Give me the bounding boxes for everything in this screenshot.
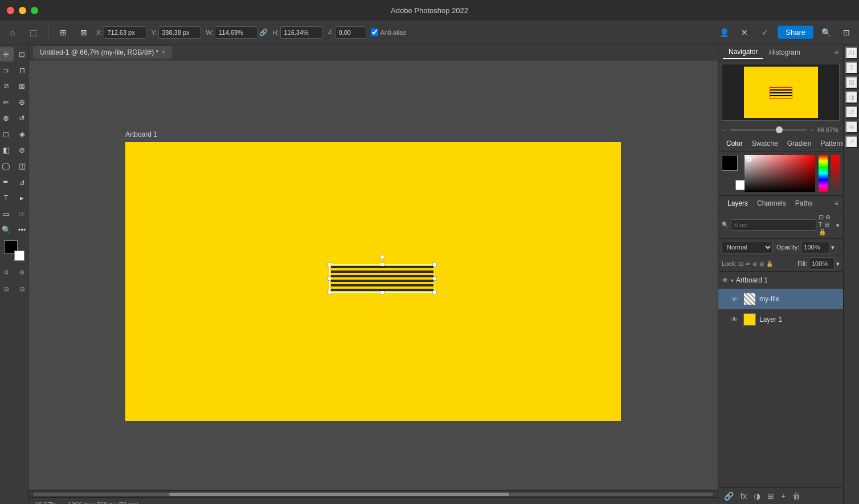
lock-position-icon[interactable]: ⊕	[752, 261, 757, 267]
angle-input[interactable]	[335, 26, 366, 39]
zoom-thumb[interactable]	[776, 126, 783, 133]
filter-active-toggle[interactable]: ●	[836, 222, 840, 228]
crop-tool[interactable]: ⧄	[0, 79, 14, 93]
lock-artboard-icon[interactable]: ⊞	[759, 261, 764, 267]
artboard-frame[interactable]: ⊡	[0, 281, 14, 296]
freeform-pen[interactable]: ⊿	[15, 174, 29, 189]
opacity-chevron[interactable]: ▾	[831, 244, 835, 251]
paint-bucket[interactable]: ⊘	[15, 142, 29, 157]
canvas-viewport[interactable]: Artboard 1	[28, 60, 718, 490]
people-icon-btn[interactable]: 👤	[716, 24, 732, 40]
hand-tool[interactable]: ☞	[15, 206, 29, 221]
artboard-tool[interactable]: ⊡	[15, 47, 29, 62]
pattern-icon-btn[interactable]: ⊞	[845, 76, 858, 89]
layers-menu-button[interactable]: ≡	[835, 199, 838, 207]
eraser-tool[interactable]: ◻	[0, 126, 14, 141]
tab-navigator[interactable]: Navigator	[723, 46, 763, 59]
gradient-tool[interactable]: ◧	[0, 142, 14, 157]
fill-input[interactable]	[809, 257, 835, 270]
cancel-button[interactable]: ✕	[737, 24, 752, 40]
color-tab-swatche[interactable]: Swatche	[748, 138, 782, 149]
dodge-tool[interactable]: ◯	[0, 158, 14, 173]
opacity-input[interactable]	[801, 241, 829, 253]
move-tool[interactable]: ✛	[0, 47, 14, 62]
path-select[interactable]: ▸	[15, 190, 29, 205]
artboard-expand-icon[interactable]: ▾	[731, 277, 734, 284]
lasso-tool[interactable]: ⊃	[0, 63, 14, 77]
color-tab-color[interactable]: Color	[723, 138, 746, 149]
background-color[interactable]	[14, 251, 24, 261]
share-button[interactable]: Share	[778, 26, 813, 39]
clone-tool[interactable]: ⊗	[0, 110, 14, 125]
ai-icon-btn[interactable]: AI	[845, 47, 858, 59]
layer-item[interactable]: 👁 my-file	[718, 289, 843, 309]
layer-visibility-eye-1[interactable]: 👁	[731, 315, 740, 324]
lock-transparent-icon[interactable]: ⊡	[739, 261, 743, 267]
zoom-tool[interactable]: 🔍	[0, 222, 14, 237]
text-icon-btn[interactable]: T	[845, 62, 858, 74]
fill-chevron[interactable]: ▾	[836, 260, 840, 268]
mask-mode[interactable]: ◎	[15, 264, 29, 279]
zoom-out-icon[interactable]: −	[723, 126, 726, 133]
blend-mode-select[interactable]: Normal	[722, 241, 773, 253]
color-picker-gradient[interactable]	[745, 155, 815, 192]
color-spectrum-bar[interactable]	[819, 155, 827, 192]
tab-paths[interactable]: Paths	[791, 198, 817, 208]
new-layer-btn[interactable]: +	[779, 490, 788, 502]
color-tab-patterns[interactable]: Patterns	[817, 138, 843, 149]
canvas-scrollbar[interactable]	[28, 490, 718, 497]
library-icon-btn[interactable]: ⊕	[845, 121, 858, 133]
minimize-button[interactable]	[19, 7, 26, 14]
zoom-in-icon[interactable]: +	[810, 126, 813, 133]
link-icon[interactable]: 🔗	[259, 28, 268, 36]
y-input[interactable]	[158, 26, 201, 39]
more-tools[interactable]: •••	[15, 222, 29, 237]
rotate-handle[interactable]	[380, 255, 384, 259]
history-icon-btn[interactable]: ↺	[845, 106, 858, 118]
navigate-arrow[interactable]: ›	[152, 501, 154, 505]
layer-item[interactable]: 👁 Layer 1	[718, 309, 843, 330]
scrollbar-thumb[interactable]	[169, 493, 509, 496]
quick-mask[interactable]: ⊙	[0, 264, 14, 279]
lock-pixels-icon[interactable]: ✏	[746, 261, 750, 267]
lock-all-icon[interactable]: 🔒	[766, 261, 773, 267]
x-input[interactable]	[104, 26, 146, 39]
window-controls[interactable]	[7, 7, 38, 14]
warp-tool[interactable]: ⊠	[76, 24, 92, 40]
link-layers-btn[interactable]: 🔗	[722, 490, 736, 502]
search-button[interactable]: 🔍	[818, 24, 834, 40]
anti-alias-checkbox[interactable]	[371, 28, 378, 36]
slice-tool[interactable]: ⊠	[15, 79, 29, 93]
polygon-lasso[interactable]: ⊓	[15, 63, 29, 77]
w-input[interactable]	[215, 26, 257, 39]
close-button[interactable]	[7, 7, 14, 14]
scrollbar-track[interactable]	[33, 493, 713, 496]
healing-tool[interactable]: ⊕	[15, 95, 29, 109]
tab-close-button[interactable]: ×	[162, 49, 165, 55]
blur-tool[interactable]: ◫	[15, 158, 29, 173]
export-icon-btn[interactable]: ↗	[845, 136, 858, 148]
adjustments-icon-btn[interactable]: ◑	[845, 91, 858, 104]
visibility-eye-artboard[interactable]: 👁	[722, 276, 729, 284]
document-tab[interactable]: Untitled-1 @ 66,7% (my-file, RGB/8#) * ×	[33, 46, 172, 59]
h-input[interactable]	[280, 26, 323, 39]
color-tab-gradien[interactable]: Gradien	[784, 138, 815, 149]
panel-menu-icon[interactable]: ≡	[835, 48, 838, 56]
magic-eraser[interactable]: ◈	[15, 126, 29, 141]
tab-histogram[interactable]: Histogram	[763, 46, 806, 59]
layer-visibility-eye-0[interactable]: 👁	[731, 295, 740, 304]
pen-tool[interactable]: ✒	[0, 174, 14, 189]
color-swatches[interactable]	[4, 240, 24, 261]
layers-search-input[interactable]	[731, 219, 816, 231]
home-button[interactable]: ⌂	[5, 24, 21, 40]
group-frame[interactable]: ⊡	[15, 281, 29, 296]
filter-options[interactable]: ⊡ ⊕ T ⊞ 🔒	[819, 214, 833, 236]
delete-layer-btn[interactable]: 🗑	[790, 490, 803, 502]
confirm-button[interactable]: ✓	[757, 24, 773, 40]
layer-effects-btn[interactable]: fx	[738, 490, 749, 502]
group-layers-btn[interactable]: ⊞	[765, 490, 776, 502]
tab-layers[interactable]: Layers	[723, 198, 752, 208]
foreground-swatch[interactable]	[722, 155, 738, 171]
history-brush[interactable]: ↺	[15, 110, 29, 125]
brush-tool[interactable]: ✏	[0, 95, 14, 109]
